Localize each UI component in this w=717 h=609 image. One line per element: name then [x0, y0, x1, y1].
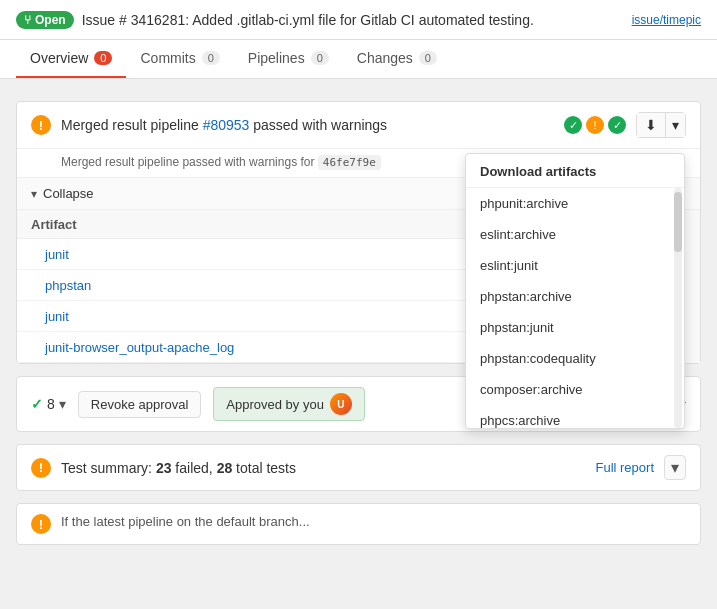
tab-pipelines-badge: 0	[311, 51, 329, 65]
pipeline-title-suffix: passed with warnings	[253, 117, 387, 133]
download-main-btn[interactable]: ⬇	[637, 113, 666, 137]
test-total-label: total tests	[232, 460, 296, 476]
dropdown-scroll-area[interactable]: phpunit:archive eslint:archive eslint:ju…	[466, 188, 684, 428]
pipeline-status-icons: ✓ ! ✓	[564, 116, 626, 134]
full-report-link[interactable]: Full report	[595, 460, 654, 475]
tab-commits[interactable]: Commits 0	[126, 40, 233, 78]
exclaim-icon: !	[39, 118, 43, 133]
pipeline-link[interactable]: #80953	[203, 117, 250, 133]
status-icon-green-1: ✓	[564, 116, 582, 134]
test-failed-label: failed,	[171, 460, 216, 476]
approval-count: ✓ 8 ▾	[31, 396, 66, 412]
test-summary-collapse-btn[interactable]: ▾	[664, 455, 686, 480]
artifact-link-0[interactable]: junit	[45, 247, 69, 262]
issue-title-text: Added .gitlab-ci.yml file for Gitlab CI …	[192, 12, 534, 28]
tab-changes-label: Changes	[357, 50, 413, 66]
status-icon-orange: !	[586, 116, 604, 134]
warning-icon: !	[31, 115, 51, 135]
chevron-icon-approval: ▾	[59, 396, 66, 412]
revoke-approval-button[interactable]: Revoke approval	[78, 391, 202, 418]
artifact-link-1[interactable]: phpstan	[45, 278, 91, 293]
tab-overview[interactable]: Overview 0	[16, 40, 126, 78]
test-warning-icon: !	[31, 458, 51, 478]
dropdown-item-2[interactable]: eslint:junit	[466, 250, 684, 281]
main-content: ! Merged result pipeline #80953 passed w…	[0, 79, 717, 557]
dropdown-item-1[interactable]: eslint:archive	[466, 219, 684, 250]
pipeline-header: ! Merged result pipeline #80953 passed w…	[17, 102, 700, 149]
test-summary-text: Test summary: 23 failed, 28 total tests	[61, 460, 585, 476]
issue-number: Issue # 3416281:	[82, 12, 189, 28]
status-icon-green-2: ✓	[608, 116, 626, 134]
tab-pipelines-label: Pipelines	[248, 50, 305, 66]
download-dropdown: Download artifacts phpunit:archive eslin…	[465, 153, 685, 429]
open-badge: ⑂ Open	[16, 11, 74, 29]
artifact-header-label: Artifact	[31, 217, 77, 232]
tab-changes-badge: 0	[419, 51, 437, 65]
dropdown-title: Download artifacts	[466, 154, 684, 188]
tab-overview-label: Overview	[30, 50, 88, 66]
test-summary-card: ! Test summary: 23 failed, 28 total test…	[16, 444, 701, 491]
test-summary-prefix: Test summary:	[61, 460, 156, 476]
warning-card-icon: !	[31, 514, 51, 534]
approved-by-badge: Approved by you U	[213, 387, 365, 421]
commit-hash: 46fe7f9e	[318, 155, 381, 170]
branch-link[interactable]: issue/timepic	[632, 13, 701, 27]
warning-card-text: If the latest pipeline on the default br…	[61, 514, 310, 529]
scrollbar-track	[674, 188, 682, 428]
chevron-down-icon: ▾	[672, 117, 679, 133]
dropdown-item-4[interactable]: phpstan:junit	[466, 312, 684, 343]
dropdown-item-6[interactable]: composer:archive	[466, 374, 684, 405]
tab-commits-label: Commits	[140, 50, 195, 66]
tab-pipelines[interactable]: Pipelines 0	[234, 40, 343, 78]
dropdown-item-7[interactable]: phpcs:archive	[466, 405, 684, 428]
artifact-link-3[interactable]: junit-browser_output-apache_log	[45, 340, 234, 355]
open-badge-label: Open	[35, 13, 66, 27]
download-icon: ⬇	[645, 117, 657, 133]
dropdown-item-3[interactable]: phpstan:archive	[466, 281, 684, 312]
approved-by-label: Approved by you	[226, 397, 324, 412]
open-icon: ⑂	[24, 13, 31, 27]
dropdown-list: phpunit:archive eslint:archive eslint:ju…	[466, 188, 684, 428]
download-artifacts-button[interactable]: ⬇ ▾ Download artifacts phpunit:archive e…	[636, 112, 686, 138]
artifact-link-2[interactable]: junit	[45, 309, 69, 324]
tab-overview-badge: 0	[94, 51, 112, 65]
pipeline-card: ! Merged result pipeline #80953 passed w…	[16, 101, 701, 364]
warning-card: ! If the latest pipeline on the default …	[16, 503, 701, 545]
pipeline-subtitle-text: Merged result pipeline passed with warni…	[61, 155, 314, 169]
scrollbar-thumb[interactable]	[674, 192, 682, 252]
top-bar: ⑂ Open Issue # 3416281: Added .gitlab-ci…	[0, 0, 717, 40]
collapse-label: Collapse	[43, 186, 94, 201]
check-icon: ✓	[31, 396, 43, 412]
pipeline-title: Merged result pipeline #80953 passed wit…	[61, 117, 554, 133]
nav-tabs: Overview 0 Commits 0 Pipelines 0 Changes…	[0, 40, 717, 79]
issue-title: Issue # 3416281: Added .gitlab-ci.yml fi…	[82, 12, 624, 28]
test-failed-count: 23	[156, 460, 172, 476]
dropdown-item-0[interactable]: phpunit:archive	[466, 188, 684, 219]
test-total-count: 28	[217, 460, 233, 476]
user-avatar: U	[330, 393, 352, 415]
pipeline-title-prefix: Merged result pipeline	[61, 117, 199, 133]
collapse-arrow-icon: ▾	[31, 187, 37, 201]
tab-changes[interactable]: Changes 0	[343, 40, 451, 78]
approval-count-value: 8	[47, 396, 55, 412]
tab-commits-badge: 0	[202, 51, 220, 65]
dropdown-item-5[interactable]: phpstan:codequality	[466, 343, 684, 374]
download-arrow-btn[interactable]: ▾	[666, 113, 685, 137]
